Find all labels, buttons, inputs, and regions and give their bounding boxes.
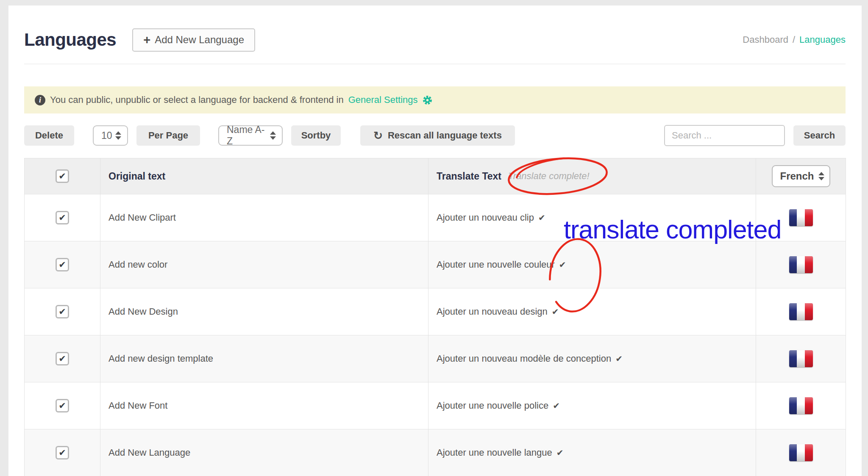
original-text: Add new color bbox=[108, 259, 167, 270]
french-flag-icon bbox=[789, 444, 813, 461]
row-checkbox[interactable]: ✔ bbox=[56, 399, 69, 412]
translation-text: Ajouter un nouveau design bbox=[437, 306, 548, 317]
original-text: Add New Clipart bbox=[108, 212, 176, 223]
sort-select-value: Name A-Z bbox=[227, 124, 270, 147]
header-divider bbox=[24, 64, 846, 64]
translation-text: Ajouter une nouvelle police bbox=[437, 400, 548, 411]
row-checkbox[interactable]: ✔ bbox=[56, 211, 69, 224]
row-checkbox-cell: ✔ bbox=[25, 194, 100, 241]
original-text: Add new design template bbox=[108, 353, 213, 364]
per-page-select-value: 10 bbox=[101, 130, 112, 141]
checkbox-check-icon: ✔ bbox=[58, 448, 66, 457]
per-page-select[interactable]: 10 bbox=[93, 125, 128, 146]
select-caret-icon bbox=[270, 131, 276, 140]
search-input[interactable] bbox=[664, 125, 785, 146]
sortby-button[interactable]: Sortby bbox=[291, 125, 341, 146]
row-checkbox-cell: ✔ bbox=[25, 241, 100, 288]
row-checkbox[interactable]: ✔ bbox=[56, 352, 69, 365]
original-text-cell: Add New Clipart bbox=[100, 194, 428, 241]
info-icon: i bbox=[35, 95, 45, 105]
gear-icon bbox=[423, 95, 432, 105]
plus-icon: + bbox=[143, 34, 150, 46]
french-flag-icon bbox=[789, 397, 813, 414]
original-text: Add New Font bbox=[108, 400, 167, 411]
translate-text-header-label: Translate Text bbox=[437, 171, 501, 182]
language-select-header-cell: French bbox=[756, 158, 846, 194]
original-text-header-label: Original text bbox=[108, 171, 165, 182]
refresh-icon: ↻ bbox=[373, 130, 383, 141]
language-select[interactable]: French bbox=[772, 165, 830, 187]
general-settings-link[interactable]: General Settings bbox=[348, 94, 418, 105]
translation-text: Ajouter un nouveau clip bbox=[437, 212, 534, 223]
breadcrumb-dashboard-link[interactable]: Dashboard bbox=[743, 34, 788, 45]
rescan-label: Rescan all language texts bbox=[388, 130, 502, 141]
sort-select[interactable]: Name A-Z bbox=[218, 125, 283, 146]
translation-done-icon: ✔ bbox=[538, 213, 545, 223]
select-all-header-cell: ✔ bbox=[25, 158, 100, 194]
translate-text-cell[interactable]: Ajouter une nouvelle police ✔ bbox=[428, 382, 756, 429]
flag-cell bbox=[756, 382, 846, 429]
row-checkbox[interactable]: ✔ bbox=[56, 446, 69, 459]
breadcrumb-separator: / bbox=[793, 34, 795, 45]
select-caret-icon bbox=[115, 131, 121, 140]
original-text: Add New Language bbox=[108, 447, 190, 458]
table-row: ✔ Add New Font Ajouter une nouvelle poli… bbox=[25, 382, 846, 429]
translate-text-cell[interactable]: Ajouter un nouveau design ✔ bbox=[428, 288, 756, 335]
rescan-button[interactable]: ↻ Rescan all language texts bbox=[360, 125, 515, 146]
translation-text: Ajouter une nouvelle couleur bbox=[437, 259, 555, 270]
french-flag-icon bbox=[789, 209, 813, 226]
language-select-value: French bbox=[780, 170, 814, 182]
checkbox-check-icon: ✔ bbox=[58, 354, 66, 363]
select-caret-icon bbox=[818, 172, 824, 180]
checkbox-check-icon: ✔ bbox=[58, 260, 66, 269]
french-flag-icon bbox=[789, 256, 813, 273]
row-checkbox[interactable]: ✔ bbox=[56, 258, 69, 271]
flag-cell bbox=[756, 241, 846, 288]
original-text-cell: Add New Design bbox=[100, 288, 428, 335]
delete-button[interactable]: Delete bbox=[24, 125, 74, 146]
french-flag-icon bbox=[789, 350, 813, 367]
translation-text: Ajouter une nouvelle langue bbox=[437, 447, 552, 458]
languages-table: ✔ Original text Translate Text Translate… bbox=[24, 158, 846, 476]
row-checkbox-cell: ✔ bbox=[25, 429, 100, 476]
original-text-header: Original text bbox=[100, 158, 428, 194]
select-all-checkbox[interactable]: ✔ bbox=[56, 169, 69, 183]
page-header: Languages + Add New Language Dashboard /… bbox=[24, 25, 846, 55]
original-text-cell: Add new design template bbox=[100, 335, 428, 382]
translation-done-icon: ✔ bbox=[615, 354, 623, 364]
table-row: ✔ Add New Language Ajouter une nouvelle … bbox=[25, 429, 846, 476]
toolbar: Delete 10 Per Page Name A-Z Sortby ↻ Res… bbox=[24, 125, 846, 146]
translate-text-cell[interactable]: Ajouter un nouveau modèle de conception … bbox=[428, 335, 756, 382]
translate-complete-note: Translate complete! bbox=[508, 171, 590, 182]
translate-text-header: Translate Text Translate complete! bbox=[428, 158, 756, 194]
flag-cell bbox=[756, 429, 846, 476]
add-new-language-label: Add New Language bbox=[155, 34, 244, 46]
checkbox-check-icon: ✔ bbox=[58, 213, 66, 222]
search-area: Search bbox=[664, 125, 846, 146]
translation-done-icon: ✔ bbox=[559, 260, 566, 270]
add-new-language-button[interactable]: + Add New Language bbox=[132, 28, 255, 52]
flag-cell bbox=[756, 288, 846, 335]
row-checkbox-cell: ✔ bbox=[25, 382, 100, 429]
translation-text: Ajouter un nouveau modèle de conception bbox=[437, 353, 611, 364]
info-banner-text: You can public, unpublic or select a lan… bbox=[50, 94, 344, 105]
original-text-cell: Add New Language bbox=[100, 429, 428, 476]
handwritten-note: translate completed bbox=[564, 215, 781, 244]
checkbox-check-icon: ✔ bbox=[58, 307, 66, 316]
table-header-row: ✔ Original text Translate Text Translate… bbox=[25, 158, 846, 194]
row-checkbox-cell: ✔ bbox=[25, 335, 100, 382]
translate-text-cell[interactable]: Ajouter une nouvelle langue ✔ bbox=[428, 429, 756, 476]
translation-done-icon: ✔ bbox=[556, 448, 564, 458]
translate-text-cell[interactable]: Ajouter une nouvelle couleur ✔ bbox=[428, 241, 756, 288]
row-checkbox[interactable]: ✔ bbox=[56, 305, 69, 318]
search-button[interactable]: Search bbox=[793, 125, 846, 146]
translation-done-icon: ✔ bbox=[553, 401, 560, 411]
translation-done-icon: ✔ bbox=[552, 307, 559, 317]
original-text-cell: Add new color bbox=[100, 241, 428, 288]
per-page-button[interactable]: Per Page bbox=[136, 125, 200, 146]
breadcrumb: Dashboard / Languages bbox=[743, 34, 846, 45]
original-text-cell: Add New Font bbox=[100, 382, 428, 429]
flag-cell bbox=[756, 335, 846, 382]
page-title: Languages bbox=[24, 30, 116, 50]
row-checkbox-cell: ✔ bbox=[25, 288, 100, 335]
